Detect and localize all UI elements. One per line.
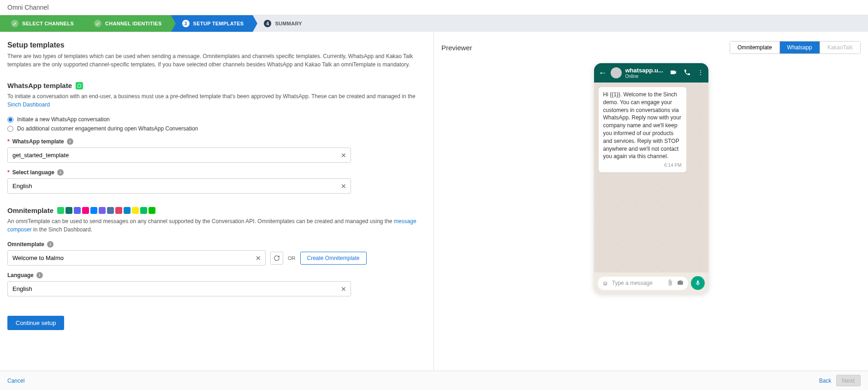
check-icon: ✓	[11, 20, 18, 27]
step-summary[interactable]: 4 SUMMARY	[253, 15, 311, 32]
page-header: Omni Channel	[0, 0, 868, 15]
right-panel: Previewer Omnitemplate Whatsapp KakaoTal…	[434, 32, 868, 371]
omni-language-label: Language i	[7, 272, 426, 278]
whatsapp-section-title: WhatsApp template	[7, 82, 83, 89]
whatsapp-header: ← whatsapp.u... Online ⋮	[594, 63, 708, 83]
step-label: SETUP TEMPLATES	[193, 21, 244, 26]
radio-additional[interactable]: Do additional customer engagement during…	[7, 125, 426, 132]
left-panel: Setup templates There are two types of t…	[0, 32, 434, 371]
setup-desc: There are two types of templates which c…	[7, 52, 426, 69]
contact-status: Online	[625, 74, 666, 79]
contact-name: whatsapp.u...	[625, 67, 666, 74]
chat-body: Hi {{1}}. Welcome to the Sinch demo. You…	[594, 83, 708, 272]
mic-button[interactable]	[691, 276, 705, 290]
channel-icon	[82, 207, 89, 214]
more-icon[interactable]: ⋮	[697, 69, 704, 77]
continue-setup-button[interactable]: Continue setup	[7, 316, 64, 330]
line-icon	[149, 207, 155, 214]
channel-icon	[74, 207, 81, 214]
refresh-icon	[273, 255, 280, 261]
step-number: 3	[182, 20, 190, 27]
step-channel-identities[interactable]: ✓ CHANNEL IDENTITIES	[83, 15, 171, 32]
whatsapp-icon	[76, 82, 83, 89]
omnitemplate-input[interactable]	[7, 250, 266, 266]
whatsapp-template-label: *WhatsApp template i	[7, 138, 426, 145]
or-text: OR	[288, 255, 296, 261]
camera-icon[interactable]	[677, 279, 684, 287]
footer: Cancel Back Next	[0, 371, 868, 371]
whatsapp-language-input[interactable]	[7, 178, 351, 194]
omni-desc: An omniTemplate can be used to send mess…	[7, 217, 426, 234]
check-icon: ✓	[94, 20, 101, 27]
channel-icon-strip	[57, 207, 155, 214]
omnitemplate-label: Omnitemplate i	[7, 241, 426, 248]
clear-icon[interactable]: ✕	[341, 285, 346, 293]
whatsapp-desc: To initiate a conversation with an end-u…	[7, 92, 426, 109]
whatsapp-mini-icon	[57, 207, 64, 214]
input-bar: ☺ Type a message	[594, 272, 708, 294]
emoji-icon[interactable]: ☺	[602, 280, 608, 287]
back-arrow-icon[interactable]: ←	[599, 68, 607, 78]
messenger-icon	[90, 207, 97, 214]
avatar	[611, 67, 622, 78]
create-omnitemplate-button[interactable]: Create Omnitemplate	[300, 252, 367, 265]
message-bubble: Hi {{1}}. Welcome to the Sinch demo. You…	[599, 87, 686, 172]
clear-icon[interactable]: ✕	[341, 183, 346, 190]
wechat-icon	[140, 207, 147, 214]
refresh-button[interactable]	[270, 252, 283, 265]
info-icon[interactable]: i	[47, 241, 54, 248]
setup-title: Setup templates	[7, 41, 426, 49]
message-input[interactable]: ☺ Type a message	[598, 277, 688, 290]
attach-icon[interactable]	[667, 279, 673, 287]
step-label: CHANNEL IDENTITIES	[105, 21, 162, 26]
info-icon[interactable]: i	[67, 138, 73, 145]
radio-initiate[interactable]: Initiate a new WhatsApp conversation	[7, 116, 426, 123]
clear-icon[interactable]: ✕	[256, 254, 261, 262]
radio-initiate-input[interactable]	[7, 117, 13, 123]
whatsapp-template-input[interactable]	[7, 148, 351, 163]
whatsapp-preview: ← whatsapp.u... Online ⋮ Hi {{1}}. Welco…	[594, 63, 708, 294]
channel-icon	[65, 207, 72, 214]
viber-icon	[99, 207, 106, 214]
omni-language-input[interactable]	[7, 281, 351, 296]
tab-kakaotalk: KakaoTalk	[820, 41, 860, 53]
sinch-dashboard-link[interactable]: Sinch Dashboard	[7, 101, 50, 108]
step-number: 4	[264, 20, 271, 27]
radio-label: Do additional customer engagement during…	[17, 125, 198, 132]
step-select-channels[interactable]: ✓ SELECT CHANNELS	[0, 15, 83, 32]
clear-icon[interactable]: ✕	[341, 152, 346, 159]
whatsapp-language-label: *Select language i	[7, 169, 426, 176]
tab-whatsapp[interactable]: Whatsapp	[780, 41, 820, 53]
stepper: ✓ SELECT CHANNELS ✓ CHANNEL IDENTITIES 3…	[0, 15, 868, 32]
previewer-tabs: Omnitemplate Whatsapp KakaoTalk	[730, 41, 861, 54]
channel-icon	[107, 207, 114, 214]
omni-title-text: Omnitemplate	[7, 207, 54, 214]
video-call-icon[interactable]	[670, 69, 677, 77]
radio-label: Initiate a new WhatsApp conversation	[17, 116, 110, 123]
omnitemplate-section-title: Omnitemplate	[7, 207, 155, 214]
voice-call-icon[interactable]	[684, 69, 691, 77]
message-text: Hi {{1}}. Welcome to the Sinch demo. You…	[603, 91, 682, 160]
header-title: Omni Channel	[7, 4, 49, 11]
info-icon[interactable]: i	[57, 169, 64, 176]
step-label: SELECT CHANNELS	[22, 21, 74, 26]
previewer-title: Previewer	[441, 44, 472, 52]
info-icon[interactable]: i	[36, 272, 43, 278]
instagram-icon	[115, 207, 122, 214]
step-setup-templates[interactable]: 3 SETUP TEMPLATES	[171, 15, 253, 32]
tab-omnitemplate[interactable]: Omnitemplate	[730, 41, 780, 53]
message-time: 6:14 PM	[603, 162, 682, 169]
radio-additional-input[interactable]	[7, 126, 13, 132]
whatsapp-title-text: WhatsApp template	[7, 82, 72, 89]
telegram-icon	[124, 207, 131, 214]
kakaotalk-icon	[132, 207, 139, 214]
input-placeholder: Type a message	[612, 280, 663, 286]
step-label: SUMMARY	[275, 21, 302, 26]
